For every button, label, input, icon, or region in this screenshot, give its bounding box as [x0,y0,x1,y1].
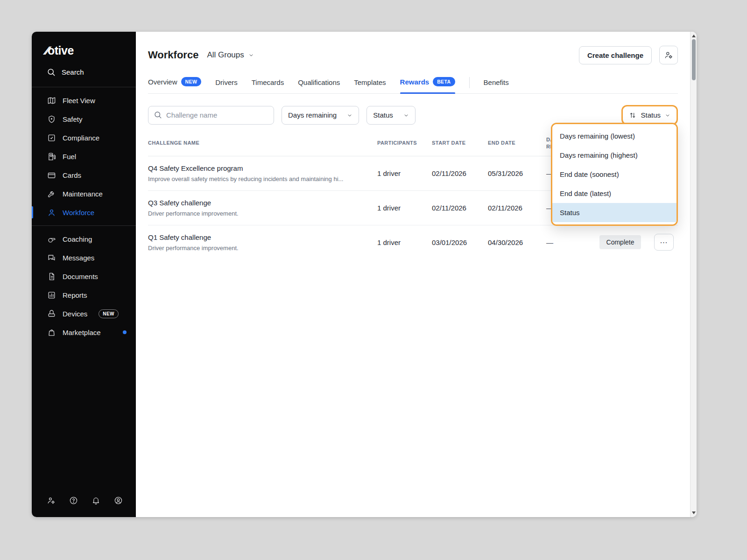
sidebar-search-label: Search [62,68,84,76]
motive-logo: ∕∕otive [32,32,136,60]
sidebar-item-maintenance[interactable]: Maintenance [32,184,136,203]
group-selector[interactable]: All Groups [207,50,254,60]
tab-drivers[interactable]: Drivers [215,78,238,93]
days-remaining-filter[interactable]: Days remaining [282,106,359,125]
sidebar-item-label: Fuel [63,153,76,161]
end-date-value: 05/31/2026 [488,169,546,177]
sort-option-days-remaining-highest[interactable]: Days remaining (highest) [552,146,677,165]
sidebar-item-label: Fleet View [63,97,95,105]
search-icon [47,68,56,77]
document-icon [47,272,56,281]
chevron-down-icon [403,112,409,118]
new-badge: NEW [99,309,119,318]
sidebar-item-marketplace[interactable]: Marketplace [32,323,136,342]
sidebar-item-label: Messages [63,254,94,262]
sort-option-end-date-soonest[interactable]: End date (soonest) [552,165,677,184]
tab-qualifications[interactable]: Qualifications [298,78,340,93]
sidebar-item-reports[interactable]: Reports [32,286,136,304]
tab-benefits[interactable]: Benefits [484,78,509,93]
shield-icon [47,114,56,124]
bell-icon[interactable] [92,496,100,505]
start-date-value: 02/11/2026 [432,204,488,212]
sidebar-item-cards[interactable]: Cards [32,166,136,184]
beta-badge: BETA [433,77,455,86]
sidebar: ∕∕otive Search Fleet View Safety Complia… [32,32,136,517]
filter-bar: Days remaining Status Status [148,105,678,125]
start-date-value: 02/11/2026 [432,169,488,177]
sidebar-divider [32,87,136,87]
map-icon [47,96,56,105]
sort-button[interactable]: Status [624,107,676,123]
sidebar-search[interactable]: Search [32,60,136,83]
sidebar-item-label: Reports [63,291,87,299]
search-icon [154,111,162,119]
tab-timecards[interactable]: Timecards [252,78,284,93]
chevron-down-icon [665,112,670,118]
sort-button-label: Status [641,111,661,119]
sidebar-item-workforce[interactable]: Workforce [32,203,136,222]
chevron-down-icon [347,112,352,118]
challenge-name[interactable]: Q4 Safety Excellence program [148,164,377,172]
sidebar-item-compliance[interactable]: Compliance [32,128,136,147]
days-remaining-value: — [546,238,591,246]
main-content: Workforce All Groups Create challenge Ov… [136,32,697,517]
help-icon[interactable] [69,496,78,505]
sort-arrows-icon [629,112,636,119]
row-menu-button[interactable]: ... [654,234,674,251]
challenge-search [148,106,274,125]
sidebar-item-devices[interactable]: Devices NEW [32,304,136,323]
annotation-highlight-sort: Status [621,105,678,125]
user-settings-icon[interactable] [47,496,56,505]
actions-cell: ... [650,234,678,251]
col-challenge-name: CHALLENGE NAME [148,140,377,147]
participants-value: 1 driver [377,169,432,177]
sidebar-item-fuel[interactable]: Fuel [32,147,136,166]
vertical-scrollbar[interactable] [690,32,697,517]
card-icon [47,170,56,180]
challenge-name[interactable]: Q3 Safety challenge [148,199,377,207]
col-start-date: START DATE [432,140,488,147]
filter-label: Status [373,111,393,119]
tab-label: Templates [354,78,386,86]
sort-dropdown: Days remaining (lowest) Days remaining (… [552,124,677,224]
participants-value: 1 driver [377,238,432,246]
sidebar-item-coaching[interactable]: Coaching [32,230,136,248]
sidebar-item-messages[interactable]: Messages [32,248,136,267]
wrench-icon [47,189,56,198]
scroll-up-arrow[interactable] [692,35,696,37]
group-selector-label: All Groups [207,50,244,60]
sidebar-item-label: Devices [63,310,87,318]
report-icon [47,290,56,300]
sidebar-divider [32,225,136,226]
sidebar-item-fleet-view[interactable]: Fleet View [32,91,136,110]
logo-text: otive [48,44,74,57]
challenge-name-input[interactable] [148,106,274,125]
scrollbar-thumb[interactable] [692,39,696,80]
tab-overview[interactable]: Overview NEW [148,77,201,93]
create-challenge-button[interactable]: Create challenge [579,46,652,64]
page-header: Workforce All Groups Create challenge [148,46,678,64]
col-end-date: END DATE [488,140,546,147]
sidebar-footer [32,496,136,517]
sidebar-item-label: Safety [63,115,83,123]
sort-option-end-date-latest[interactable]: End date (latest) [552,184,677,203]
sidebar-item-documents[interactable]: Documents [32,267,136,286]
status-badge: Complete [599,235,641,249]
user-settings-button[interactable] [659,46,678,64]
tab-rewards[interactable]: Rewards BETA [400,77,455,93]
sort-option-status[interactable]: Status [552,203,677,222]
scroll-down-arrow[interactable] [692,511,696,514]
tab-label: Benefits [484,78,509,86]
end-date-value: 04/30/2026 [488,238,546,246]
tab-divider [469,77,470,88]
filter-label: Days remaining [288,111,337,119]
annotation-highlight-dropdown: Days remaining (lowest) Days remaining (… [551,123,678,226]
sort-option-days-remaining-lowest[interactable]: Days remaining (lowest) [552,126,677,146]
sidebar-item-safety[interactable]: Safety [32,110,136,128]
col-participants: PARTICIPANTS [377,140,432,147]
status-filter[interactable]: Status [366,106,416,125]
account-icon[interactable] [114,496,123,505]
tab-templates[interactable]: Templates [354,78,386,93]
tab-label: Timecards [252,78,284,86]
challenge-name[interactable]: Q1 Safety challenge [148,233,377,241]
